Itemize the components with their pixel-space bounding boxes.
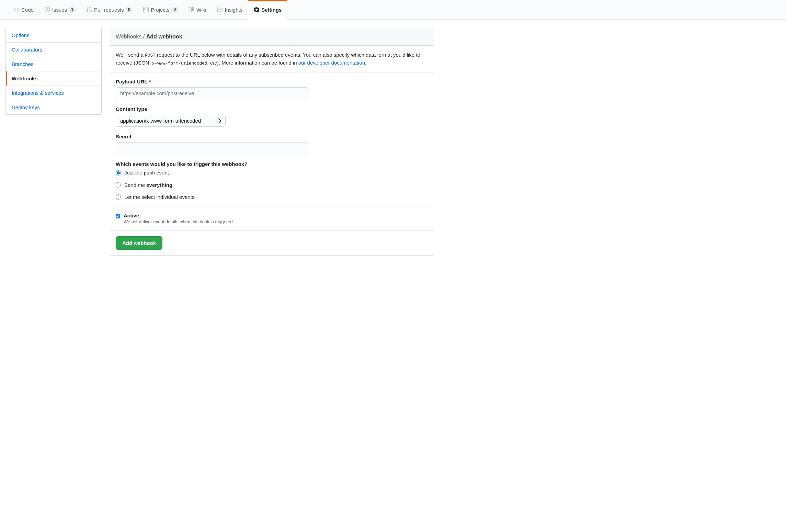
tab-pull-requests[interactable]: Pull requests 0 [81,0,138,19]
sidebar-item-deploy-keys[interactable]: Deploy keys [6,100,101,114]
tab-wiki-label: Wiki [196,7,206,13]
event-option-push[interactable]: Just the push event. [116,170,428,176]
active-description: We will deliver event details when this … [124,219,234,224]
active-label: Active [124,213,234,218]
active-checkbox[interactable] [116,214,120,218]
tab-insights-label: Insights [225,7,243,13]
event-option-individual[interactable]: Let me select individual events. [116,194,428,200]
events-question: Which events would you like to trigger t… [116,161,428,167]
payload-url-label: Payload URL * [116,79,428,84]
tab-projects-label: Projects [151,7,169,13]
event-option-everything[interactable]: Send me everything. [116,182,428,188]
sidebar-item-integrations[interactable]: Integrations & services [6,86,101,100]
settings-sidebar: Options Collaborators Branches Webhooks … [5,28,102,256]
intro-text: We'll send a POST request to the URL bel… [110,46,434,72]
breadcrumb: Webhooks / Add webhook [110,28,434,46]
issue-icon [45,7,50,12]
sidebar-item-branches[interactable]: Branches [6,57,101,71]
tab-wiki[interactable]: Wiki [183,0,212,19]
sidebar-item-webhooks[interactable]: Webhooks [6,71,101,86]
tab-projects[interactable]: Projects 0 [138,0,183,19]
tab-settings[interactable]: Settings [248,0,287,20]
tab-issues-label: Issues [52,7,67,13]
payload-url-input[interactable] [116,87,308,99]
projects-count: 0 [172,7,178,13]
breadcrumb-current: Add webhook [146,34,182,39]
event-radio-individual[interactable] [116,194,121,200]
project-icon [143,7,149,12]
book-icon [189,7,194,12]
issues-count: 1 [69,7,76,13]
event-radio-push[interactable] [116,170,121,176]
repo-nav: Code Issues 1 Pull requests 0 Projects 0… [0,0,786,20]
content-type-label: Content type [116,106,428,112]
tab-insights[interactable]: Insights [212,0,248,19]
breadcrumb-parent[interactable]: Webhooks [116,34,141,39]
gear-icon [254,7,259,12]
graph-icon [217,7,223,12]
event-radio-everything[interactable] [116,182,121,188]
secret-label: Secret [116,134,428,139]
tab-settings-label: Settings [261,7,282,13]
pull-request-icon [87,7,92,12]
secret-input[interactable] [116,142,308,154]
sidebar-item-collaborators[interactable]: Collaborators [6,43,101,57]
add-webhook-button[interactable]: Add webhook [116,236,162,250]
developer-docs-link[interactable]: our developer documentation [298,60,365,66]
code-icon [14,7,19,12]
pull-requests-count: 0 [126,7,133,13]
tab-code-label: Code [21,7,34,13]
content-type-select[interactable]: application/x-www-form-urlencoded [116,115,226,127]
tab-pull-requests-label: Pull requests [94,7,124,13]
sidebar-item-options[interactable]: Options [6,28,101,42]
tab-code[interactable]: Code [8,0,39,19]
tab-issues[interactable]: Issues 1 [39,0,81,19]
